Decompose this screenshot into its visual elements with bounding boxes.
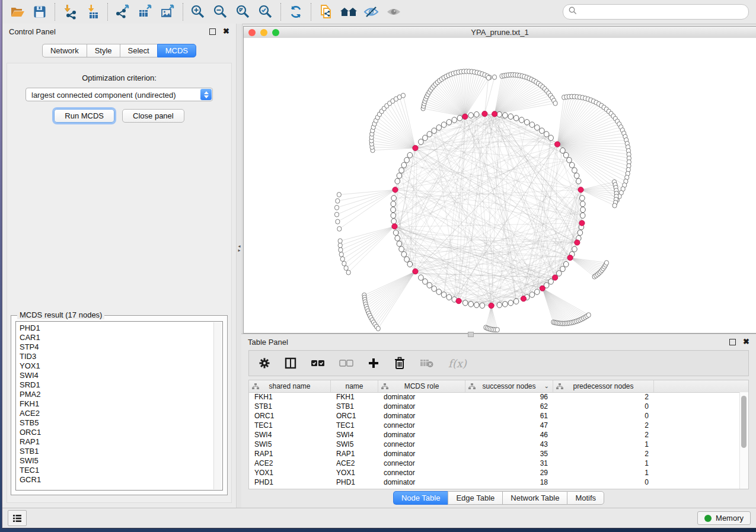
network-window-titlebar[interactable]: YPA_prune.txt_1 xyxy=(244,27,756,39)
mcds-result-item[interactable]: FKH1 xyxy=(16,399,222,409)
table-cell: 61 xyxy=(465,411,553,421)
table-header-row: shared namenameMCDS rolesuccessor nodes⌄… xyxy=(249,380,748,393)
mcds-result-item[interactable]: ORC1 xyxy=(16,428,222,437)
table-cell: dominator xyxy=(378,411,465,421)
table-row[interactable]: TEC1TEC1connector472 xyxy=(249,421,740,430)
table-cell: ACE2 xyxy=(249,459,331,468)
criterion-select[interactable]: largest connected component (undirected) xyxy=(25,88,213,101)
table-panel-title: Table Panel xyxy=(248,338,288,347)
settings-icon[interactable] xyxy=(259,354,270,372)
table-cell: 29 xyxy=(465,468,553,477)
column-header-successor-nodes[interactable]: successor nodes⌄ xyxy=(465,380,553,392)
mcds-result-item[interactable]: RAP1 xyxy=(16,437,222,447)
run-mcds-button[interactable]: Run MCDS xyxy=(54,109,114,123)
column-header-predecessor-nodes[interactable]: predecessor nodes xyxy=(553,380,654,392)
network-canvas[interactable] xyxy=(244,38,756,333)
mcds-result-item[interactable]: TID3 xyxy=(16,352,222,361)
import-table-icon[interactable] xyxy=(83,3,102,21)
tab-style[interactable]: Style xyxy=(87,44,120,57)
import-network-icon[interactable] xyxy=(60,3,79,21)
status-bar: Memory xyxy=(2,508,756,528)
tab-edge-table[interactable]: Edge Table xyxy=(448,491,502,505)
column-header-shared-name[interactable]: shared name xyxy=(249,380,331,392)
tab-network-table[interactable]: Network Table xyxy=(502,491,567,505)
mcds-result-item[interactable]: ACE2 xyxy=(16,409,222,418)
table-scrollbar[interactable] xyxy=(739,392,748,489)
mcds-result-item[interactable]: STP4 xyxy=(16,342,222,352)
export-table-icon[interactable] xyxy=(136,3,155,21)
mcds-result-item[interactable]: STB5 xyxy=(16,418,222,428)
deselect-all-columns-icon[interactable] xyxy=(339,354,353,372)
search-input[interactable] xyxy=(580,7,743,17)
table-cell: 1 xyxy=(553,468,654,477)
export-image-icon[interactable] xyxy=(158,3,177,21)
mcds-result-item[interactable]: YOX1 xyxy=(16,361,222,371)
function-builder-icon: f(x) xyxy=(448,354,467,372)
table-row[interactable]: ORC1ORC1dominator610 xyxy=(249,411,740,421)
select-all-columns-icon[interactable] xyxy=(311,354,325,372)
mcds-list-scrollbar[interactable] xyxy=(213,322,222,489)
table-row[interactable]: PHD1PHD1dominator180 xyxy=(249,477,740,487)
mcds-result-item[interactable]: PHD1 xyxy=(16,323,222,333)
column-header-name[interactable]: name xyxy=(331,380,378,392)
node-table[interactable]: shared namenameMCDS rolesuccessor nodes⌄… xyxy=(248,380,749,489)
table-scrollbar-thumb[interactable] xyxy=(741,396,747,448)
tab-mcds[interactable]: MCDS xyxy=(157,44,196,57)
show-all-icon[interactable] xyxy=(384,3,403,21)
column-header-MCDS-role[interactable]: MCDS role xyxy=(378,380,465,392)
search-icon xyxy=(569,7,577,17)
table-close-icon[interactable]: ✖ xyxy=(743,339,749,345)
table-row[interactable]: RAP1RAP1dominator352 xyxy=(249,449,740,459)
mcds-result-item[interactable]: PMA2 xyxy=(16,390,222,399)
zoom-fit-icon[interactable] xyxy=(234,3,253,21)
mcds-result-item[interactable]: SWI5 xyxy=(16,456,222,466)
memory-button[interactable]: Memory xyxy=(697,511,751,525)
mcds-result-item[interactable]: SWI4 xyxy=(16,371,222,380)
table-float-icon[interactable] xyxy=(729,339,736,345)
table-cell: connector xyxy=(378,440,465,449)
table-row[interactable]: SWI5SWI5connector431 xyxy=(249,440,740,449)
table-cell: 43 xyxy=(465,440,553,449)
first-neighbors-icon[interactable] xyxy=(339,3,358,21)
mcds-result-item[interactable]: STB1 xyxy=(16,447,222,456)
table-cell: dominator xyxy=(378,430,465,440)
save-session-icon[interactable] xyxy=(30,3,49,21)
table-row[interactable]: SWI4SWI4dominator462 xyxy=(249,430,740,440)
tab-motifs[interactable]: Motifs xyxy=(567,491,604,505)
mcds-result-item[interactable]: CAR1 xyxy=(16,333,222,342)
zoom-selected-icon[interactable] xyxy=(256,3,275,21)
duplicate-network-icon[interactable] xyxy=(317,3,336,21)
close-panel-icon[interactable]: ✖ xyxy=(223,28,229,34)
table-row[interactable]: STB1STB1dominator620 xyxy=(249,402,740,411)
hide-selected-icon[interactable] xyxy=(362,3,381,21)
open-session-icon[interactable] xyxy=(8,3,27,21)
mcds-result-item[interactable]: TEC1 xyxy=(16,466,222,475)
refresh-layout-icon[interactable] xyxy=(286,3,305,21)
table-panel-header: Table Panel ✖ xyxy=(241,334,756,350)
table-cell: 2 xyxy=(553,392,654,402)
export-network-icon[interactable] xyxy=(113,3,132,21)
zoom-out-icon[interactable] xyxy=(211,3,230,21)
table-row[interactable]: YOX1YOX1connector291 xyxy=(249,468,740,477)
float-panel-icon[interactable] xyxy=(209,28,216,35)
task-history-button[interactable] xyxy=(8,510,27,526)
search-box[interactable] xyxy=(563,4,749,20)
table-cell: dominator xyxy=(378,402,465,411)
tab-network[interactable]: Network xyxy=(42,44,87,57)
close-panel-button[interactable]: Close panel xyxy=(122,109,184,123)
mcds-result-item[interactable]: GCR1 xyxy=(16,475,222,485)
show-columns-icon[interactable] xyxy=(285,354,296,372)
table-cell: RAP1 xyxy=(331,449,378,459)
zoom-in-icon[interactable] xyxy=(189,3,208,21)
table-row[interactable]: FKH1FKH1dominator962 xyxy=(249,392,740,402)
mcds-result-list[interactable]: PHD1CAR1STP4TID3YOX1SWI4SRD1PMA2FKH1ACE2… xyxy=(15,321,223,491)
mcds-result-item[interactable]: SRD1 xyxy=(16,380,222,390)
table-row[interactable]: ACE2ACE2connector311 xyxy=(249,459,740,468)
table-cell: PHD1 xyxy=(249,477,331,487)
add-column-icon[interactable] xyxy=(368,354,379,372)
delete-column-icon[interactable] xyxy=(394,354,406,372)
tab-select[interactable]: Select xyxy=(120,44,157,57)
tab-node-table[interactable]: Node Table xyxy=(393,491,448,505)
table-cell: YOX1 xyxy=(249,468,331,477)
splitter-grip[interactable] xyxy=(468,332,474,337)
